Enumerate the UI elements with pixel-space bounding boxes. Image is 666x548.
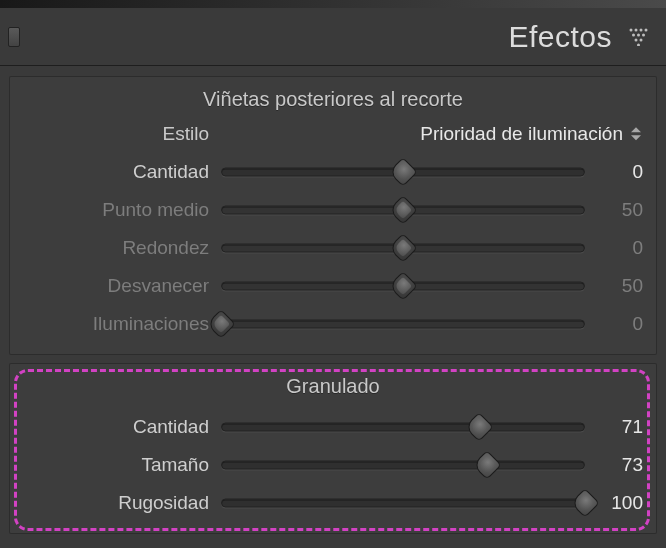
grain.sliders.0-row: Cantidad71	[19, 408, 647, 446]
grain.sliders.1-slider[interactable]	[221, 451, 585, 479]
vignette.sliders.3-slider	[221, 272, 585, 300]
disclosure-icon[interactable]	[626, 24, 652, 50]
slider-thumb	[388, 233, 418, 263]
grain.sliders.0-slider[interactable]	[221, 413, 585, 441]
svg-point-4	[632, 33, 635, 36]
svg-point-6	[642, 33, 645, 36]
vignette.sliders.1-value: 50	[595, 199, 647, 221]
panel-title: Efectos	[20, 20, 626, 54]
panel-switch[interactable]	[8, 27, 20, 47]
vignette.sliders.1-label: Punto medio	[19, 199, 217, 221]
svg-point-9	[637, 43, 640, 46]
effects-panel-header: Efectos	[0, 8, 666, 66]
slider-thumb[interactable]	[465, 412, 495, 442]
vignette.sliders.4-label: Iluminaciones	[19, 313, 217, 335]
svg-point-3	[645, 28, 648, 31]
style-dropdown[interactable]: Prioridad de iluminación	[217, 123, 647, 145]
vignette.sliders.0-row: Cantidad0	[19, 153, 647, 191]
style-label: Estilo	[19, 123, 217, 145]
style-value: Prioridad de iluminación	[420, 123, 623, 145]
grain.sliders.2-row: Rugosidad100	[19, 484, 647, 522]
svg-point-1	[635, 28, 638, 31]
vignette-group: Viñetas posteriores al recorte Estilo Pr…	[9, 76, 657, 355]
vignette.sliders.4-row: Iluminaciones0	[19, 305, 647, 343]
grain-group: Granulado Cantidad71Tamaño73Rugosidad100	[9, 363, 657, 534]
slider-thumb	[388, 195, 418, 225]
grain.sliders.2-value[interactable]: 100	[595, 492, 647, 514]
grain.sliders.0-value[interactable]: 71	[595, 416, 647, 438]
slider-thumb[interactable]	[388, 157, 418, 187]
updown-arrows-icon	[629, 127, 643, 140]
vignette.sliders.0-label: Cantidad	[19, 161, 217, 183]
vignette-title: Viñetas posteriores al recorte	[19, 82, 647, 121]
vignette.sliders.2-slider	[221, 234, 585, 262]
slider-track	[221, 499, 585, 508]
vignette.sliders.1-slider	[221, 196, 585, 224]
vignette.sliders.2-label: Redondez	[19, 237, 217, 259]
grain.sliders.1-label: Tamaño	[19, 454, 217, 476]
vignette.sliders.4-value: 0	[595, 313, 647, 335]
develop-strip	[0, 0, 666, 8]
grain.sliders.2-label: Rugosidad	[19, 492, 217, 514]
vignette.sliders.2-row: Redondez0	[19, 229, 647, 267]
vignette.sliders.4-slider	[221, 310, 585, 338]
svg-point-8	[640, 38, 643, 41]
slider-track	[221, 461, 585, 470]
svg-point-5	[637, 33, 640, 36]
svg-point-2	[640, 28, 643, 31]
grain.sliders.0-label: Cantidad	[19, 416, 217, 438]
grain.sliders.1-row: Tamaño73	[19, 446, 647, 484]
slider-track	[221, 320, 585, 329]
vignette.sliders.3-value: 50	[595, 275, 647, 297]
vignette.sliders.3-row: Desvanecer50	[19, 267, 647, 305]
slider-thumb	[388, 271, 418, 301]
vignette.sliders.3-label: Desvanecer	[19, 275, 217, 297]
svg-point-0	[630, 28, 633, 31]
vignette.sliders.0-slider[interactable]	[221, 158, 585, 186]
slider-track	[221, 423, 585, 432]
vignette.sliders.2-value: 0	[595, 237, 647, 259]
vignette.sliders.1-row: Punto medio50	[19, 191, 647, 229]
slider-thumb[interactable]	[472, 450, 502, 480]
vignette.sliders.0-value[interactable]: 0	[595, 161, 647, 183]
grain-title: Granulado	[19, 369, 647, 408]
svg-point-7	[635, 38, 638, 41]
vignette-style-row: Estilo Prioridad de iluminación	[19, 121, 647, 153]
grain.sliders.2-slider[interactable]	[221, 489, 585, 517]
grain.sliders.1-value[interactable]: 73	[595, 454, 647, 476]
